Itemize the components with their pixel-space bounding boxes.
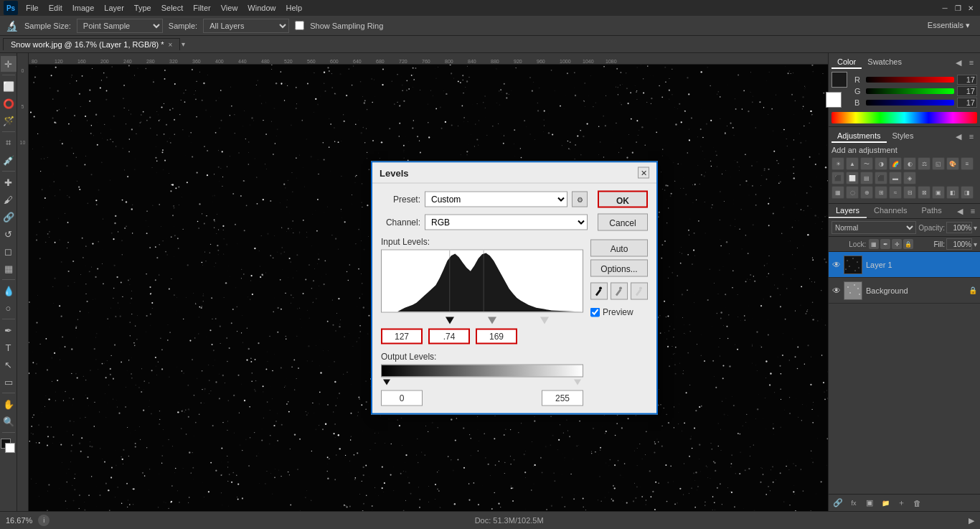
- layers-panel-collapse[interactable]: ◀: [954, 205, 966, 217]
- menu-select[interactable]: Select: [157, 2, 188, 14]
- delete-layer-button[interactable]: 🗑: [910, 497, 923, 510]
- preview-checkbox[interactable]: [590, 307, 600, 317]
- invert-icon[interactable]: ⬜: [846, 172, 859, 184]
- adj-icon-a[interactable]: ▦: [831, 186, 844, 199]
- lock-transparent-icon[interactable]: ▦: [869, 239, 879, 249]
- color-tab[interactable]: Color: [831, 56, 862, 69]
- eyedropper-tool[interactable]: 💉: [1, 152, 17, 168]
- opacity-dropdown[interactable]: ▾: [974, 224, 977, 232]
- brush-tool[interactable]: 🖌: [1, 192, 17, 207]
- color-panel-menu[interactable]: ≡: [966, 57, 977, 68]
- zoom-tool[interactable]: 🔍: [1, 413, 17, 429]
- fill-input[interactable]: [946, 238, 972, 250]
- channels-tab[interactable]: Channels: [867, 204, 914, 218]
- new-layer-button[interactable]: ＋: [895, 497, 908, 510]
- r-value[interactable]: [957, 75, 977, 85]
- paths-tab[interactable]: Paths: [915, 204, 949, 218]
- canvas-wrapper[interactable]: Levels ✕ Preset: Custom Default Darker I…: [29, 65, 828, 511]
- quick-select-tool[interactable]: 🪄: [1, 113, 17, 128]
- adj-icon-c[interactable]: ⊕: [860, 186, 873, 199]
- healing-tool[interactable]: ✚: [1, 174, 17, 190]
- levels-icon[interactable]: ▲: [846, 157, 859, 170]
- maximize-button[interactable]: ❐: [951, 1, 964, 14]
- r-slider[interactable]: [866, 77, 954, 83]
- selective-color-icon[interactable]: ◈: [903, 172, 916, 184]
- document-tab[interactable]: Snow work.jpg @ 16.7% (Layer 1, RGB/8) *…: [3, 38, 180, 50]
- path-select-tool[interactable]: ↖: [1, 357, 17, 373]
- zoom-info-button[interactable]: i: [38, 515, 50, 526]
- adj-icon-e[interactable]: ≈: [889, 186, 902, 199]
- sample-select[interactable]: All Layers Current Layer: [203, 19, 289, 33]
- preset-select[interactable]: Custom Default Darker Increase Contrast …: [425, 192, 567, 207]
- photo-filter-icon[interactable]: 🎨: [946, 157, 959, 170]
- hand-tool[interactable]: ✋: [1, 396, 17, 412]
- tab-arrow[interactable]: ▾: [182, 40, 185, 48]
- add-mask-button[interactable]: ▣: [863, 497, 876, 510]
- cancel-button[interactable]: Cancel: [598, 214, 648, 231]
- adjustments-tab[interactable]: Adjustments: [831, 130, 887, 143]
- history-tool[interactable]: ↺: [1, 226, 17, 242]
- foreground-swatch[interactable]: [831, 72, 847, 88]
- dodge-tool[interactable]: ○: [1, 300, 17, 316]
- sample-size-select[interactable]: Point Sample 3 by 3 Average 5 by 5 Avera…: [77, 19, 163, 33]
- adj-icon-i[interactable]: ◧: [946, 186, 959, 199]
- blur-tool[interactable]: 💧: [1, 283, 17, 299]
- menu-filter[interactable]: Filter: [189, 2, 215, 14]
- adj-icon-j[interactable]: ◨: [961, 186, 974, 199]
- swatches-tab[interactable]: Swatches: [862, 56, 908, 69]
- adj-icon-b[interactable]: ◌: [846, 186, 859, 199]
- adj-icon-g[interactable]: ⊠: [918, 186, 930, 199]
- background-visibility-toggle[interactable]: 👁: [831, 286, 842, 296]
- layer-styles-button[interactable]: fx: [847, 497, 860, 510]
- styles-tab[interactable]: Styles: [887, 130, 920, 143]
- levels-dialog-close[interactable]: ✕: [638, 167, 649, 179]
- posterize-icon[interactable]: ▤: [860, 172, 873, 184]
- threshold-icon[interactable]: ⬛: [875, 172, 887, 184]
- menu-window[interactable]: Window: [243, 2, 280, 14]
- layer-item-background[interactable]: 👁 Background 🔒: [829, 278, 980, 304]
- gradient-tool[interactable]: ▦: [1, 261, 17, 276]
- blend-mode-select[interactable]: Normal Dissolve Multiply Screen: [831, 221, 916, 234]
- vibrance-icon[interactable]: 🌈: [889, 157, 902, 170]
- output-black-slider[interactable]: [383, 380, 390, 385]
- b-value[interactable]: [957, 98, 977, 108]
- fill-dropdown[interactable]: ▾: [974, 240, 977, 248]
- channel-mixer-icon[interactable]: ≡: [961, 157, 974, 170]
- lock-paint-icon[interactable]: ✒: [880, 239, 890, 249]
- minimize-button[interactable]: ─: [938, 1, 951, 14]
- adj-icon-d[interactable]: ⊞: [875, 186, 887, 199]
- curves-icon[interactable]: 〜: [860, 157, 873, 170]
- menu-image[interactable]: Image: [68, 2, 99, 14]
- b-slider[interactable]: [866, 100, 954, 106]
- background-color[interactable]: [5, 443, 15, 453]
- doc-info-arrow[interactable]: ▶: [969, 516, 974, 525]
- options-button[interactable]: Options...: [590, 260, 648, 277]
- opacity-input[interactable]: [946, 222, 972, 233]
- menu-view[interactable]: View: [217, 2, 242, 14]
- white-point-input[interactable]: 169: [476, 329, 517, 345]
- black-point-slider[interactable]: [446, 317, 454, 324]
- menu-help[interactable]: Help: [281, 2, 306, 14]
- layer1-visibility-toggle[interactable]: 👁: [831, 260, 842, 270]
- adj-panel-collapse[interactable]: ◀: [953, 131, 964, 142]
- g-slider[interactable]: [866, 88, 954, 94]
- white-point-slider[interactable]: [540, 317, 549, 324]
- crop-tool[interactable]: ⌗: [1, 135, 17, 151]
- eraser-tool[interactable]: ◻: [1, 243, 17, 259]
- lasso-tool[interactable]: ⭕: [1, 95, 17, 111]
- black-eyedropper[interactable]: [590, 283, 608, 300]
- adj-panel-menu[interactable]: ≡: [966, 131, 977, 142]
- adj-icon-f[interactable]: ⊟: [903, 186, 916, 199]
- output-black-input[interactable]: 0: [381, 390, 423, 406]
- foreground-background-colors[interactable]: [1, 439, 17, 454]
- ok-button[interactable]: OK: [598, 191, 648, 208]
- brightness-contrast-icon[interactable]: ☀: [831, 157, 844, 170]
- black-point-input[interactable]: 127: [381, 329, 423, 345]
- gradient-map-icon[interactable]: ▬: [889, 172, 902, 184]
- output-white-input[interactable]: 255: [542, 390, 583, 406]
- shape-tool[interactable]: ▭: [1, 374, 17, 390]
- color-lookup-icon[interactable]: ⬛: [831, 172, 844, 184]
- close-button[interactable]: ✕: [964, 1, 977, 14]
- lock-move-icon[interactable]: ✛: [892, 239, 902, 249]
- exposure-icon[interactable]: ◑: [875, 157, 887, 170]
